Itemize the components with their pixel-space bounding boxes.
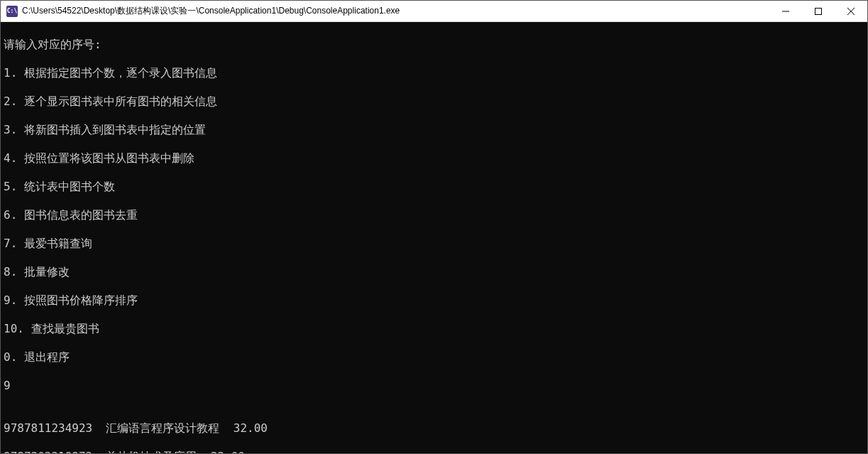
menu-item: 1. 根据指定图书个数，逐个录入图书信息	[4, 66, 864, 80]
menu-item: 6. 图书信息表的图书去重	[4, 208, 864, 222]
book-row: 9787811234923 汇编语言程序设计教程 32.00	[4, 421, 864, 436]
user-input: 9	[4, 379, 864, 393]
maximize-button[interactable]	[802, 1, 835, 21]
app-icon: C:\	[6, 6, 18, 17]
menu-item: 10. 查找最贵图书	[4, 322, 864, 336]
menu-item: 0. 退出程序	[4, 350, 864, 364]
menu-item: 4. 按照位置将该图书从图书表中删除	[4, 151, 864, 166]
menu-item: 9. 按照图书价格降序排序	[4, 293, 864, 308]
menu-item: 3. 将新图书插入到图书表中指定的位置	[4, 123, 864, 137]
window-title: C:\Users\54522\Desktop\数据结构课设\实验一\Consol…	[22, 5, 769, 17]
menu-item: 7. 最爱书籍查询	[4, 237, 864, 251]
minimize-button[interactable]	[769, 1, 802, 21]
console-output[interactable]: 请输入对应的序号: 1. 根据指定图书个数，逐个录入图书信息 2. 逐个显示图书…	[1, 22, 867, 453]
window-controls	[769, 1, 867, 21]
menu-item: 5. 统计表中图书个数	[4, 180, 864, 194]
close-button[interactable]	[835, 1, 867, 21]
titlebar[interactable]: C:\ C:\Users\54522\Desktop\数据结构课设\实验一\Co…	[1, 1, 867, 22]
app-window: C:\ C:\Users\54522\Desktop\数据结构课设\实验一\Co…	[0, 0, 868, 454]
menu-item: 8. 批量修改	[4, 265, 864, 279]
svg-rect-1	[815, 8, 822, 14]
book-row: 9787302219972 单片机技术及应用 32.00	[4, 450, 864, 453]
prompt-text: 请输入对应的序号:	[4, 38, 864, 52]
menu-item: 2. 逐个显示图书表中所有图书的相关信息	[4, 94, 864, 109]
